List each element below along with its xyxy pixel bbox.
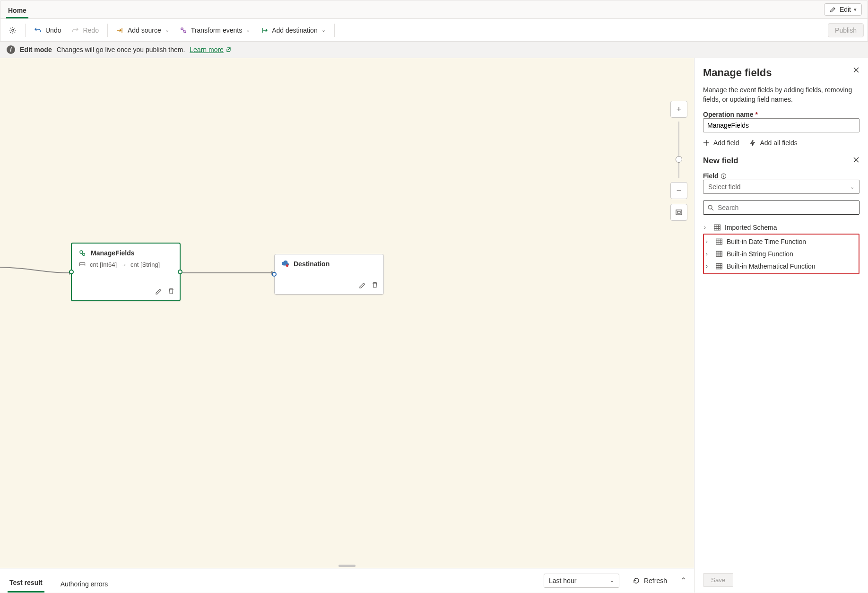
undo-label: Undo (45, 26, 61, 34)
destination-icon (260, 26, 268, 34)
svg-rect-12 (677, 211, 680, 213)
top-tabs: Home Edit ▾ (0, 0, 868, 19)
learn-more-link[interactable]: Learn more (190, 46, 231, 53)
field-label: Field (703, 172, 859, 180)
toolbar-separator (25, 24, 26, 37)
resize-grip[interactable] (339, 565, 356, 567)
svg-point-10 (286, 264, 288, 267)
operation-name-input[interactable] (703, 118, 859, 132)
add-all-fields-button[interactable]: Add all fields (749, 139, 797, 147)
add-destination-button[interactable]: Add destination ⌄ (256, 24, 330, 37)
transform-label: Transform events (191, 26, 242, 34)
field-select-placeholder: Select field (708, 183, 740, 191)
svg-point-6 (80, 251, 83, 253)
toolbar: Undo Redo Add source ⌄ Transform events … (0, 19, 868, 42)
add-field-label: Add field (713, 139, 739, 147)
close-new-field-button[interactable] (853, 157, 859, 165)
close-icon (853, 67, 859, 73)
add-all-label: Add all fields (760, 139, 797, 147)
refresh-icon (633, 577, 640, 584)
undo-icon (34, 26, 42, 34)
highlighted-functions: › Built-in Date Time Function › Built-in… (703, 234, 859, 274)
trash-icon (167, 288, 175, 295)
port-in[interactable] (272, 272, 277, 277)
svg-rect-18 (716, 263, 722, 269)
canvas-column: ManageFields cnt [Int64] → cnt [String] (0, 58, 694, 593)
zoom-slider[interactable] (678, 122, 679, 178)
cloud-send-icon (281, 260, 289, 268)
add-field-button[interactable]: Add field (703, 139, 739, 147)
chevron-down-icon: ⌄ (165, 27, 169, 33)
zoom-out-button[interactable]: − (670, 182, 687, 199)
svg-rect-16 (716, 239, 722, 244)
delete-node-button[interactable] (371, 281, 379, 290)
toolbar-separator (334, 24, 335, 37)
table-icon (713, 224, 721, 231)
time-range-value: Last hour (549, 577, 576, 584)
zoom-in-button[interactable]: + (670, 101, 687, 118)
time-range-dropdown[interactable]: Last hour ⌄ (544, 574, 619, 588)
edit-node-button[interactable] (359, 281, 366, 290)
undo-button[interactable]: Undo (29, 24, 66, 37)
gear-icon (9, 26, 17, 34)
settings-button[interactable] (4, 24, 21, 37)
tab-authoring-errors[interactable]: Authoring errors (59, 575, 110, 593)
plus-icon (703, 140, 710, 146)
schema-search[interactable] (703, 201, 859, 215)
close-panel-button[interactable] (853, 67, 859, 75)
tree-datetime-fn[interactable]: › Built-in Date Time Function (705, 235, 858, 248)
zoom-fit-button[interactable] (670, 204, 687, 221)
panel-title: Manage fields (703, 67, 772, 79)
edit-mode-banner: i Edit mode Changes will go live once yo… (0, 42, 868, 58)
svg-rect-15 (714, 225, 720, 230)
new-field-heading: New field (703, 156, 738, 166)
edit-node-button[interactable] (155, 288, 163, 296)
node-manage-fields[interactable]: ManageFields cnt [Int64] → cnt [String] (71, 243, 181, 301)
transform-icon (180, 26, 187, 34)
main: ManageFields cnt [Int64] → cnt [String] (0, 58, 868, 593)
schema-search-input[interactable] (718, 204, 855, 211)
add-destination-label: Add destination (272, 26, 318, 34)
tree-math-fn[interactable]: › Built-in Mathematical Function (705, 260, 858, 272)
refresh-button[interactable]: Refresh (628, 574, 672, 587)
node-title: ManageFields (91, 249, 135, 257)
bolt-icon (749, 140, 756, 146)
refresh-label: Refresh (644, 577, 667, 584)
tab-home[interactable]: Home (6, 3, 28, 18)
chevron-down-icon: ⌄ (246, 27, 250, 33)
info-icon (720, 173, 727, 179)
svg-point-0 (12, 29, 14, 31)
add-source-button[interactable]: Add source ⌄ (112, 24, 174, 37)
chevron-right-icon: › (706, 238, 712, 245)
tree-imported-schema[interactable]: › Imported Schema (703, 221, 859, 234)
redo-icon (71, 26, 79, 34)
tree-item-label: Imported Schema (725, 224, 777, 231)
edit-dropdown-label: Edit (840, 6, 851, 13)
canvas[interactable]: ManageFields cnt [Int64] → cnt [String] (0, 58, 694, 568)
pencil-icon (155, 288, 163, 295)
schema-tree: › Imported Schema › Built-in Date Time F… (703, 221, 859, 274)
delete-node-button[interactable] (167, 288, 175, 296)
svg-point-2 (184, 30, 186, 32)
redo-label: Redo (83, 26, 98, 34)
tab-test-result[interactable]: Test result (8, 573, 44, 593)
port-in[interactable] (69, 270, 74, 274)
transform-events-button[interactable]: Transform events ⌄ (175, 24, 255, 37)
pencil-icon (359, 281, 366, 289)
chevron-right-icon: › (706, 263, 712, 270)
field-select[interactable]: Select field ⌄ (703, 180, 859, 194)
edit-dropdown[interactable]: Edit ▾ (824, 3, 862, 16)
tree-string-fn[interactable]: › Built-in String Function (705, 248, 858, 260)
chevron-down-icon: ⌄ (321, 27, 326, 33)
tree-item-label: Built-in Date Time Function (727, 238, 806, 245)
publish-button: Publish (828, 23, 864, 37)
svg-point-14 (708, 205, 712, 209)
manage-fields-panel: Manage fields Manage the event fields by… (694, 58, 868, 593)
info-icon: i (7, 45, 15, 54)
collapse-panel-button[interactable]: ⌃ (680, 576, 686, 585)
node-destination[interactable]: Destination (274, 254, 384, 295)
operation-name-label: Operation name* (703, 111, 859, 118)
port-out[interactable] (178, 270, 182, 274)
caret-down-icon: ▾ (854, 7, 857, 13)
external-link-icon (226, 47, 231, 52)
